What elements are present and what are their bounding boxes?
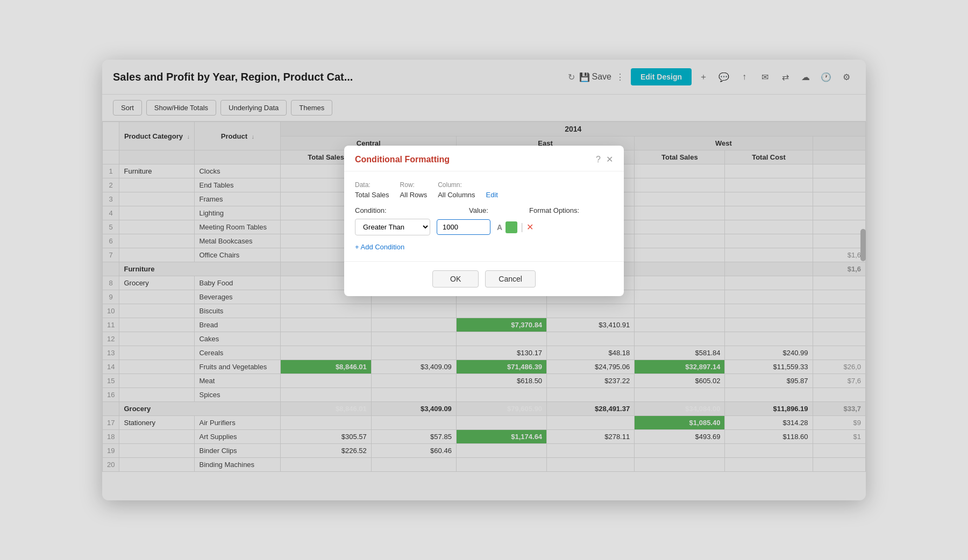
cancel-button[interactable]: Cancel: [485, 270, 536, 288]
modal-overlay: Conditional Formatting ? ✕ Data: Total S…: [102, 60, 866, 500]
modal-header: Conditional Formatting ? ✕: [344, 146, 624, 171]
row-field: Row: All Rows: [400, 181, 428, 199]
format-color-picker[interactable]: [506, 221, 517, 233]
value-input[interactable]: [437, 219, 490, 235]
edit-field: Edit: [486, 181, 498, 199]
edit-spacer: [486, 181, 498, 189]
data-row-info: Data: Total Sales Row: All Rows Column: …: [355, 181, 613, 199]
data-value: Total Sales: [355, 191, 389, 199]
main-window: Sales and Profit by Year, Region, Produc…: [102, 60, 866, 500]
data-label: Data:: [355, 181, 389, 189]
format-text-icon: A: [497, 223, 502, 232]
col-value: All Columns: [438, 191, 475, 199]
row-value: All Rows: [400, 191, 428, 199]
format-delete-icon[interactable]: ✕: [526, 222, 533, 232]
col-field: Column: All Columns: [438, 181, 475, 199]
format-divider: |: [521, 221, 523, 233]
col-label: Column:: [438, 181, 475, 189]
modal-footer: OK Cancel: [344, 261, 624, 296]
ok-button[interactable]: OK: [432, 270, 479, 288]
help-icon[interactable]: ?: [596, 155, 601, 164]
format-options-label: Format Options:: [529, 206, 579, 214]
condition-label: Condition:: [355, 206, 393, 214]
condition-select[interactable]: Greater Than Less Than Equal To: [355, 219, 430, 235]
row-label: Row:: [400, 181, 428, 189]
modal-body: Data: Total Sales Row: All Rows Column: …: [344, 171, 624, 261]
condition-row: Greater Than Less Than Equal To A | ✕: [355, 219, 613, 235]
format-options: A | ✕: [497, 221, 533, 233]
add-condition-link[interactable]: + Add Condition: [355, 243, 404, 251]
edit-link[interactable]: Edit: [486, 191, 498, 199]
value-label: Value:: [469, 206, 490, 214]
data-field: Data: Total Sales: [355, 181, 389, 199]
conditional-formatting-modal: Conditional Formatting ? ✕ Data: Total S…: [344, 146, 624, 296]
close-icon[interactable]: ✕: [606, 154, 613, 164]
modal-header-icons: ? ✕: [596, 154, 613, 164]
modal-title: Conditional Formatting: [355, 155, 596, 164]
